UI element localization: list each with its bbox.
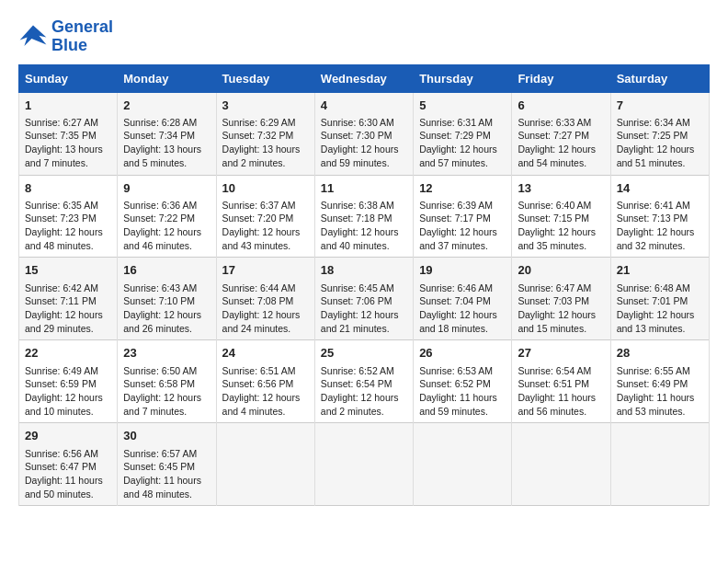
day-number: 30	[123, 428, 210, 444]
day-number: 14	[617, 180, 703, 197]
cell-content: Sunrise: 6:40 AM Sunset: 7:15 PM Dayligh…	[518, 199, 604, 253]
cell-content: Sunrise: 6:57 AM Sunset: 6:45 PM Dayligh…	[123, 447, 210, 501]
day-number: 2	[123, 98, 210, 114]
cell-1-7: 7Sunrise: 6:34 AM Sunset: 7:25 PM Daylig…	[610, 92, 709, 175]
cell-3-7: 21Sunrise: 6:48 AM Sunset: 7:01 PM Dayli…	[610, 258, 709, 340]
day-number: 25	[321, 345, 407, 362]
cell-content: Sunrise: 6:41 AM Sunset: 7:13 PM Dayligh…	[617, 199, 703, 253]
cell-content: Sunrise: 6:56 AM Sunset: 6:47 PM Dayligh…	[25, 447, 111, 501]
day-number: 12	[419, 180, 506, 197]
cell-content: Sunrise: 6:29 AM Sunset: 7:32 PM Dayligh…	[222, 116, 309, 170]
cell-content: Sunrise: 6:52 AM Sunset: 6:54 PM Dayligh…	[321, 364, 407, 419]
day-number: 22	[25, 345, 111, 362]
col-header-sunday: Sunday	[19, 64, 118, 92]
day-number: 17	[222, 262, 309, 279]
cell-3-2: 16Sunrise: 6:43 AM Sunset: 7:10 PM Dayli…	[118, 258, 216, 340]
day-number: 20	[518, 262, 604, 279]
cell-2-2: 9Sunrise: 6:36 AM Sunset: 7:22 PM Daylig…	[118, 175, 216, 258]
day-number: 8	[25, 180, 111, 197]
cell-3-6: 20Sunrise: 6:47 AM Sunset: 7:03 PM Dayli…	[512, 258, 610, 340]
cell-5-2: 30Sunrise: 6:57 AM Sunset: 6:45 PM Dayli…	[118, 423, 216, 506]
cell-3-5: 19Sunrise: 6:46 AM Sunset: 7:04 PM Dayli…	[414, 258, 512, 340]
cell-2-4: 11Sunrise: 6:38 AM Sunset: 7:18 PM Dayli…	[314, 175, 413, 258]
day-number: 13	[518, 180, 604, 197]
day-number: 3	[222, 98, 309, 114]
day-number: 19	[419, 262, 506, 279]
cell-2-7: 14Sunrise: 6:41 AM Sunset: 7:13 PM Dayli…	[610, 175, 709, 258]
day-number: 26	[419, 345, 506, 362]
day-number: 28	[617, 345, 703, 362]
day-number: 23	[123, 345, 210, 362]
cell-content: Sunrise: 6:49 AM Sunset: 6:59 PM Dayligh…	[25, 364, 111, 419]
day-number: 15	[25, 262, 111, 279]
cell-content: Sunrise: 6:53 AM Sunset: 6:52 PM Dayligh…	[419, 364, 506, 419]
cell-4-2: 23Sunrise: 6:50 AM Sunset: 6:58 PM Dayli…	[118, 340, 216, 423]
cell-content: Sunrise: 6:27 AM Sunset: 7:35 PM Dayligh…	[25, 116, 111, 170]
cell-4-7: 28Sunrise: 6:55 AM Sunset: 6:49 PM Dayli…	[610, 340, 709, 423]
cell-3-3: 17Sunrise: 6:44 AM Sunset: 7:08 PM Dayli…	[216, 258, 314, 340]
col-header-wednesday: Wednesday	[314, 64, 413, 92]
cell-content: Sunrise: 6:46 AM Sunset: 7:04 PM Dayligh…	[419, 282, 506, 336]
day-number: 4	[321, 98, 407, 114]
logo-text: General Blue	[51, 18, 113, 55]
col-header-tuesday: Tuesday	[216, 64, 314, 92]
day-number: 6	[518, 98, 604, 114]
week-row-5: 29Sunrise: 6:56 AM Sunset: 6:47 PM Dayli…	[19, 423, 710, 506]
cell-1-4: 4Sunrise: 6:30 AM Sunset: 7:30 PM Daylig…	[314, 92, 413, 175]
column-headers: SundayMondayTuesdayWednesdayThursdayFrid…	[19, 64, 710, 92]
day-number: 27	[518, 345, 604, 362]
day-number: 10	[222, 180, 309, 197]
cell-content: Sunrise: 6:30 AM Sunset: 7:30 PM Dayligh…	[321, 116, 407, 170]
cell-2-3: 10Sunrise: 6:37 AM Sunset: 7:20 PM Dayli…	[216, 175, 314, 258]
cell-3-1: 15Sunrise: 6:42 AM Sunset: 7:11 PM Dayli…	[19, 258, 118, 340]
day-number: 11	[321, 180, 407, 197]
cell-1-1: 1Sunrise: 6:27 AM Sunset: 7:35 PM Daylig…	[19, 92, 118, 175]
cell-2-6: 13Sunrise: 6:40 AM Sunset: 7:15 PM Dayli…	[512, 175, 610, 258]
cell-2-5: 12Sunrise: 6:39 AM Sunset: 7:17 PM Dayli…	[414, 175, 512, 258]
col-header-saturday: Saturday	[610, 64, 709, 92]
day-number: 21	[617, 262, 703, 279]
cell-4-6: 27Sunrise: 6:54 AM Sunset: 6:51 PM Dayli…	[512, 340, 610, 423]
cell-5-5	[414, 423, 512, 506]
cell-5-7	[610, 423, 709, 506]
cell-content: Sunrise: 6:38 AM Sunset: 7:18 PM Dayligh…	[321, 199, 407, 253]
cell-content: Sunrise: 6:45 AM Sunset: 7:06 PM Dayligh…	[321, 282, 407, 336]
cell-1-6: 6Sunrise: 6:33 AM Sunset: 7:27 PM Daylig…	[512, 92, 610, 175]
week-row-1: 1Sunrise: 6:27 AM Sunset: 7:35 PM Daylig…	[19, 92, 710, 175]
day-number: 1	[25, 98, 111, 114]
cell-2-1: 8Sunrise: 6:35 AM Sunset: 7:23 PM Daylig…	[19, 175, 118, 258]
page-header: General Blue	[18, 18, 710, 55]
cell-5-1: 29Sunrise: 6:56 AM Sunset: 6:47 PM Dayli…	[19, 423, 118, 506]
cell-3-4: 18Sunrise: 6:45 AM Sunset: 7:06 PM Dayli…	[314, 258, 413, 340]
cell-1-3: 3Sunrise: 6:29 AM Sunset: 7:32 PM Daylig…	[216, 92, 314, 175]
cell-content: Sunrise: 6:39 AM Sunset: 7:17 PM Dayligh…	[419, 199, 506, 253]
day-number: 18	[321, 262, 407, 279]
cell-content: Sunrise: 6:55 AM Sunset: 6:49 PM Dayligh…	[617, 364, 703, 419]
col-header-friday: Friday	[512, 64, 610, 92]
cell-4-1: 22Sunrise: 6:49 AM Sunset: 6:59 PM Dayli…	[19, 340, 118, 423]
cell-5-3	[216, 423, 314, 506]
cell-1-2: 2Sunrise: 6:28 AM Sunset: 7:34 PM Daylig…	[118, 92, 216, 175]
logo: General Blue	[18, 18, 113, 55]
cell-5-6	[512, 423, 610, 506]
cell-content: Sunrise: 6:44 AM Sunset: 7:08 PM Dayligh…	[222, 282, 309, 336]
cell-content: Sunrise: 6:42 AM Sunset: 7:11 PM Dayligh…	[25, 282, 111, 336]
day-number: 29	[25, 428, 111, 444]
cell-content: Sunrise: 6:36 AM Sunset: 7:22 PM Dayligh…	[123, 199, 210, 253]
day-number: 9	[123, 180, 210, 197]
day-number: 7	[617, 98, 703, 114]
day-number: 24	[222, 345, 309, 362]
cell-content: Sunrise: 6:28 AM Sunset: 7:34 PM Dayligh…	[123, 116, 210, 170]
week-row-2: 8Sunrise: 6:35 AM Sunset: 7:23 PM Daylig…	[19, 175, 710, 258]
cell-content: Sunrise: 6:37 AM Sunset: 7:20 PM Dayligh…	[222, 199, 309, 253]
cell-content: Sunrise: 6:47 AM Sunset: 7:03 PM Dayligh…	[518, 282, 604, 336]
cell-content: Sunrise: 6:48 AM Sunset: 7:01 PM Dayligh…	[617, 282, 703, 336]
col-header-monday: Monday	[118, 64, 216, 92]
cell-1-5: 5Sunrise: 6:31 AM Sunset: 7:29 PM Daylig…	[414, 92, 512, 175]
cell-content: Sunrise: 6:35 AM Sunset: 7:23 PM Dayligh…	[25, 199, 111, 253]
cell-content: Sunrise: 6:33 AM Sunset: 7:27 PM Dayligh…	[518, 116, 604, 170]
calendar-table: SundayMondayTuesdayWednesdayThursdayFrid…	[18, 64, 710, 507]
svg-marker-0	[20, 25, 47, 45]
week-row-3: 15Sunrise: 6:42 AM Sunset: 7:11 PM Dayli…	[19, 258, 710, 340]
cell-4-5: 26Sunrise: 6:53 AM Sunset: 6:52 PM Dayli…	[414, 340, 512, 423]
